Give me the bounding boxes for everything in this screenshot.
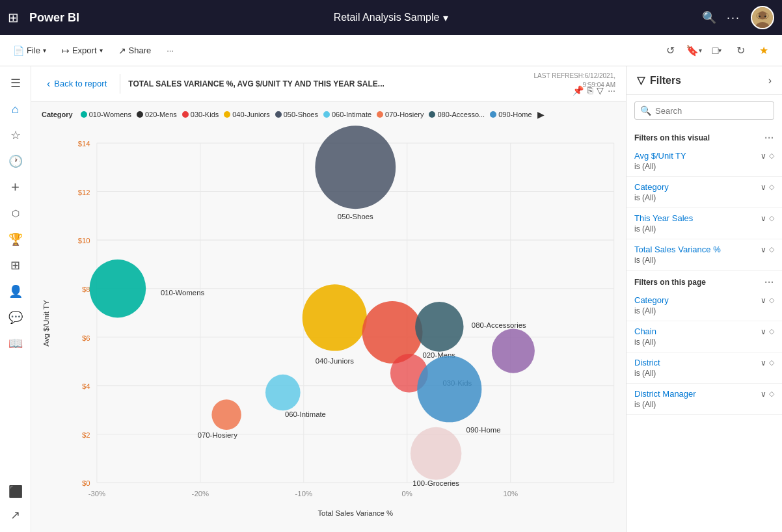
filter-avg-unit-ty[interactable]: Avg $/Unit TY ∨ ◇ is (All) <box>627 146 782 177</box>
page-filters-more-icon[interactable]: ··· <box>764 277 774 287</box>
undo-button[interactable]: ↺ <box>660 40 681 61</box>
filters-page-label: Filters on this page <box>634 278 706 287</box>
legend-dot-intimate <box>323 111 330 118</box>
filter-chain-clear[interactable]: ◇ <box>769 327 774 336</box>
filter-cat-clear[interactable]: ◇ <box>769 183 774 191</box>
filter-chain[interactable]: Chain ∨ ◇ is (All) <box>627 321 782 352</box>
topbar-more-icon[interactable]: ··· <box>727 11 740 25</box>
sidebar-item-workspaces[interactable]: ⊞ <box>4 254 27 277</box>
sidebar-item-metrics[interactable]: 🏆 <box>4 228 27 251</box>
y-axis-title: Avg $/Unit TY <box>42 300 50 347</box>
topbar-search-icon[interactable]: 🔍 <box>702 10 716 25</box>
user-avatar[interactable] <box>751 6 774 29</box>
sidebar-item-create[interactable]: + <box>4 176 27 199</box>
share-button[interactable]: ↗ Share <box>113 43 157 59</box>
filter-chain-chevron[interactable]: ∨ <box>761 327 766 336</box>
visual-filters-more-icon[interactable]: ··· <box>764 133 774 143</box>
bubble-groceries[interactable] <box>411 427 461 480</box>
filter-dm-clear[interactable]: ◇ <box>769 390 774 398</box>
sidebar-item-apps[interactable]: ⬡ <box>4 202 27 225</box>
bubble-hosiery[interactable] <box>211 399 241 430</box>
filter-cat-value: is (All) <box>634 193 774 202</box>
label-shoes: 050-Shoes <box>338 213 373 220</box>
bubble-accessories[interactable] <box>415 302 463 352</box>
filters-title-label: Filters <box>650 75 681 86</box>
filters-search-input[interactable] <box>655 106 768 116</box>
sidebar-item-learn[interactable]: 📖 <box>4 332 27 355</box>
legend-dot-mens <box>137 111 143 118</box>
filter-cat-chevron[interactable]: ∨ <box>761 183 766 192</box>
refresh-button[interactable]: ↻ <box>730 40 751 61</box>
grid-icon[interactable]: ⊞ <box>8 10 19 25</box>
filter-district-chevron[interactable]: ∨ <box>761 358 766 367</box>
filter-sales-value: is (All) <box>634 224 774 233</box>
x-tick-neg10: -10% <box>295 490 312 498</box>
sidebar-item-bottom[interactable]: ⬛ <box>4 480 27 503</box>
filter-dm-chevron[interactable]: ∨ <box>761 390 766 399</box>
sidebar-item-chat[interactable]: 💬 <box>4 306 27 329</box>
bubble-home[interactable] <box>417 356 481 422</box>
back-to-report-button[interactable]: ‹ Back to report <box>42 75 112 92</box>
sidebar-item-people[interactable]: 👤 <box>4 280 27 303</box>
filters-search-bar[interactable]: 🔍 <box>634 101 774 120</box>
bubble-shoes[interactable] <box>315 126 396 209</box>
filter-total-sales-variance[interactable]: Total Sales Variance % ∨ ◇ is (All) <box>627 239 782 271</box>
bubble-juniors[interactable] <box>303 284 367 351</box>
filter-page-cat-chevron[interactable]: ∨ <box>761 296 766 305</box>
scatter-plot-svg: .axis-label { font-family: 'Segoe UI', A… <box>36 122 621 524</box>
category-legend-label: Category <box>42 111 73 118</box>
sidebar-item-home[interactable]: ⌂ <box>4 98 27 121</box>
copy-icon[interactable]: ⎘ <box>587 85 593 96</box>
bookmark-button[interactable]: 🔖▾ <box>683 40 704 61</box>
content-area: ‹ Back to report TOTAL SALES VARIANCE %,… <box>31 66 626 532</box>
filter-sales-clear[interactable]: ◇ <box>769 214 774 222</box>
filter-avg-chevron[interactable]: ∨ <box>761 152 766 161</box>
label-womens: 010-Womens <box>161 289 204 297</box>
filter-district-manager[interactable]: District Manager ∨ ◇ is (All) <box>627 384 782 415</box>
sidebar-item-menu[interactable]: ☰ <box>4 72 27 95</box>
x-tick-10: 10% <box>503 490 518 498</box>
filter-avg-clear[interactable]: ◇ <box>769 152 774 160</box>
filter-this-year-sales[interactable]: This Year Sales ∨ ◇ is (All) <box>627 208 782 239</box>
filters-expand-icon[interactable]: › <box>768 75 772 86</box>
bubble-mens[interactable] <box>362 301 423 364</box>
title-chevron-icon[interactable]: ▾ <box>443 12 448 24</box>
sidebar-item-recent[interactable]: 🕐 <box>4 150 27 173</box>
filter-icon[interactable]: ▽ <box>597 85 604 96</box>
toolbar-more-button[interactable]: ··· <box>161 43 179 58</box>
favorite-button[interactable]: ★ <box>753 40 774 61</box>
filter-variance-chevron[interactable]: ∨ <box>761 245 766 254</box>
sidebar-item-favorites[interactable]: ☆ <box>4 124 27 147</box>
back-chevron-icon: ‹ <box>47 78 50 90</box>
filter-district-clear[interactable]: ◇ <box>769 358 774 367</box>
bubble-intimate[interactable] <box>265 375 301 410</box>
filter-page-cat-clear[interactable]: ◇ <box>769 296 774 304</box>
bubble-purple[interactable] <box>492 329 535 373</box>
legend-label-home: 090-Home <box>498 111 532 118</box>
filter-sales-chevron[interactable]: ∨ <box>761 214 766 223</box>
legend-label-kids: 030-Kids <box>191 111 219 118</box>
filter-category-visual[interactable]: Category ∨ ◇ is (All) <box>627 177 782 208</box>
file-button[interactable]: 📄 File ▾ <box>8 43 51 59</box>
chart-more-icon[interactable]: ··· <box>608 85 615 96</box>
legend-item-juniors: 040-Juniors <box>224 111 269 118</box>
filter-category-page[interactable]: Category ∨ ◇ is (All) <box>627 290 782 321</box>
app-logo: Power BI <box>29 11 79 25</box>
bubble-womens[interactable] <box>90 259 146 318</box>
filters-visual-section: Filters on this visual ··· <box>627 126 782 146</box>
chart-header-actions: 📌 ⎘ ▽ ··· <box>573 85 615 96</box>
legend-nav-right[interactable]: ▶ <box>537 109 545 120</box>
legend-dot-home <box>490 111 496 118</box>
sidebar-item-external[interactable]: ↗ <box>4 503 27 527</box>
view-button[interactable]: □▾ <box>707 40 727 61</box>
filter-dm-name: District Manager <box>634 389 696 399</box>
filter-variance-clear[interactable]: ◇ <box>769 245 774 254</box>
legend-item-kids: 030-Kids <box>182 111 219 118</box>
back-label: Back to report <box>54 79 107 88</box>
filter-variance-value: is (All) <box>634 256 774 265</box>
filter-district[interactable]: District ∨ ◇ is (All) <box>627 352 782 384</box>
filter-district-name: District <box>634 358 660 367</box>
export-button[interactable]: ↦ Export ▾ <box>57 43 108 59</box>
pin-icon[interactable]: 📌 <box>573 85 584 96</box>
export-chevron-icon: ▾ <box>100 47 103 54</box>
